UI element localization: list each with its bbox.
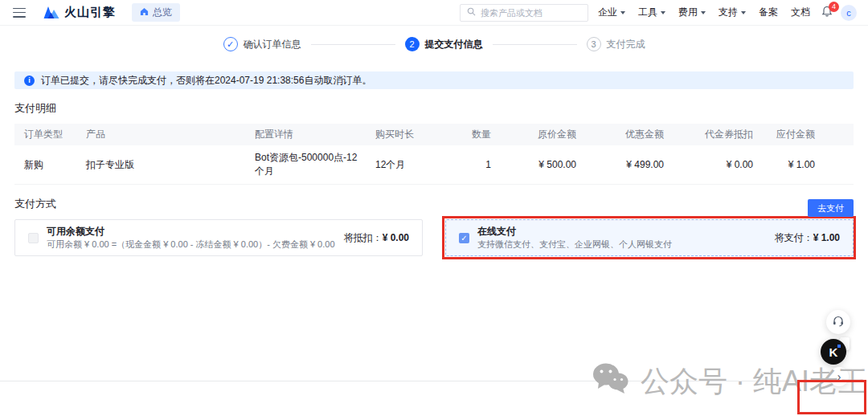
nav-enterprise[interactable]: 企业 — [598, 6, 625, 19]
col-original-price: 原价金额 — [497, 124, 583, 145]
balance-checkbox[interactable] — [28, 233, 39, 243]
col-payable: 应付金额 — [760, 124, 854, 145]
go-pay-button[interactable]: 去支付 — [808, 199, 854, 217]
col-order-type: 订单类型 — [14, 124, 76, 145]
chevron-down-icon — [741, 11, 746, 14]
chevron-down-icon — [701, 11, 706, 14]
balance-desc: 可用余额 ¥ 0.00 =（现金金额 ¥ 0.00 - 冻结金额 ¥ 0.00）… — [47, 239, 344, 250]
tab-overview[interactable]: 总览 — [132, 3, 180, 22]
chevron-down-icon — [661, 11, 665, 14]
step-payment-complete: 3 支付完成 — [587, 37, 645, 51]
main-content: i 订单已提交，请尽快完成支付，否则将在2024-07-19 21:38:56自… — [0, 71, 868, 256]
search-input[interactable] — [481, 8, 581, 18]
search-box[interactable] — [460, 4, 588, 22]
balance-info: 可用余额支付 可用余额 ¥ 0.00 =（现金金额 ¥ 0.00 - 冻结金额 … — [47, 226, 344, 250]
step-connector — [311, 44, 395, 45]
nav-docs[interactable]: 文档 — [791, 6, 810, 19]
online-desc: 支持微信支付、支付宝、企业网银、个人网银支付 — [477, 239, 775, 250]
cell-config: Bot资源包-500000点-12个月 — [245, 145, 366, 185]
notification-badge: 4 — [829, 2, 839, 12]
col-voucher: 代金券抵扣 — [670, 124, 760, 145]
balance-deduct-amount: 将抵扣：¥ 0.00 — [344, 231, 409, 245]
customer-support-button[interactable] — [826, 310, 850, 334]
col-product: 产品 — [76, 124, 245, 145]
nav-support[interactable]: 支持 — [719, 6, 746, 19]
payment-method-title: 支付方式 — [14, 197, 854, 211]
cell-voucher: ¥ 0.00 — [670, 145, 760, 185]
step-connector — [493, 44, 577, 45]
checkout-steps: ✓ 确认订单信息 2 提交支付信息 3 支付完成 — [0, 36, 868, 52]
cell-order-type: 新购 — [14, 145, 76, 185]
col-quantity: 数量 — [450, 124, 497, 145]
cell-original-price: ¥ 500.00 — [497, 145, 583, 185]
user-avatar[interactable]: c — [841, 5, 857, 21]
top-header: 火山引擎 总览 企业 工具 费用 支持 备案 文档 4 — [0, 0, 868, 26]
cell-product: 扣子专业版 — [76, 145, 245, 185]
chevron-down-icon — [620, 11, 625, 14]
col-duration: 购买时长 — [366, 124, 450, 145]
step-number: 2 — [405, 37, 420, 51]
footer-bar — [0, 381, 868, 416]
online-title: 在线支付 — [477, 226, 775, 238]
headset-icon — [832, 315, 845, 330]
balance-title: 可用余额支付 — [47, 226, 344, 238]
order-table-header: 订单类型 产品 配置详情 购买时长 数量 原价金额 优惠金额 代金券抵扣 应付金… — [14, 124, 854, 145]
order-details-title: 支付明细 — [14, 101, 854, 116]
online-info: 在线支付 支持微信支付、支付宝、企业网银、个人网银支付 — [477, 226, 775, 250]
online-checkbox[interactable]: ✓ — [459, 233, 469, 243]
assistant-letter: K — [829, 345, 838, 359]
tab-overview-label: 总览 — [153, 6, 172, 19]
nav-billing[interactable]: 费用 — [678, 6, 706, 19]
logo-text: 火山引擎 — [64, 5, 116, 20]
online-pay-amount: 将支付：¥ 1.00 — [775, 231, 840, 245]
search-icon — [467, 7, 476, 18]
cell-quantity: 1 — [450, 145, 497, 185]
step-submit-payment: 2 提交支付信息 — [405, 37, 483, 51]
col-config: 配置详情 — [245, 124, 366, 145]
collapse-panel-button[interactable]: › — [829, 367, 849, 386]
info-icon: i — [24, 75, 35, 86]
step-confirm-order: ✓ 确认订单信息 — [223, 37, 301, 51]
order-submitted-banner: i 订单已提交，请尽快完成支付，否则将在2024-07-19 21:38:56自… — [14, 71, 854, 89]
banner-text: 订单已提交，请尽快完成支付，否则将在2024-07-19 21:38:56自动取… — [41, 74, 371, 88]
col-discount: 优惠金额 — [583, 124, 670, 145]
mountain-logo-icon — [43, 5, 59, 21]
notification-bell[interactable]: 4 — [821, 6, 833, 20]
payment-page: 火山引擎 总览 企业 工具 费用 支持 备案 文档 4 — [0, 0, 868, 416]
cell-discount: ¥ 499.00 — [583, 145, 670, 185]
online-payment-card[interactable]: ✓ 在线支付 支持微信支付、支付宝、企业网银、个人网银支付 将支付：¥ 1.00 — [445, 219, 854, 256]
step-number: 3 — [587, 37, 601, 51]
chevron-right-icon: › — [837, 370, 841, 383]
assistant-dot — [837, 345, 841, 348]
cell-payable: ¥ 1.00 — [760, 145, 854, 185]
step-check-icon: ✓ — [223, 37, 238, 51]
nav-icp[interactable]: 备案 — [759, 6, 778, 19]
volcengine-logo[interactable]: 火山引擎 — [43, 5, 116, 21]
nav-tools[interactable]: 工具 — [638, 6, 665, 19]
header-nav: 企业 工具 费用 支持 备案 文档 — [598, 6, 810, 19]
payment-options: 可用余额支付 可用余额 ¥ 0.00 =（现金金额 ¥ 0.00 - 冻结金额 … — [14, 219, 854, 256]
assistant-avatar-button[interactable]: K — [821, 339, 846, 365]
home-icon — [140, 7, 149, 18]
hamburger-menu-icon[interactable] — [13, 8, 26, 18]
cell-duration: 12个月 — [366, 145, 450, 185]
order-table-row: 新购 扣子专业版 Bot资源包-500000点-12个月 12个月 1 ¥ 50… — [14, 145, 854, 185]
balance-payment-card[interactable]: 可用余额支付 可用余额 ¥ 0.00 =（现金金额 ¥ 0.00 - 冻结金额 … — [14, 219, 423, 256]
order-table: 订单类型 产品 配置详情 购买时长 数量 原价金额 优惠金额 代金券抵扣 应付金… — [14, 124, 854, 185]
